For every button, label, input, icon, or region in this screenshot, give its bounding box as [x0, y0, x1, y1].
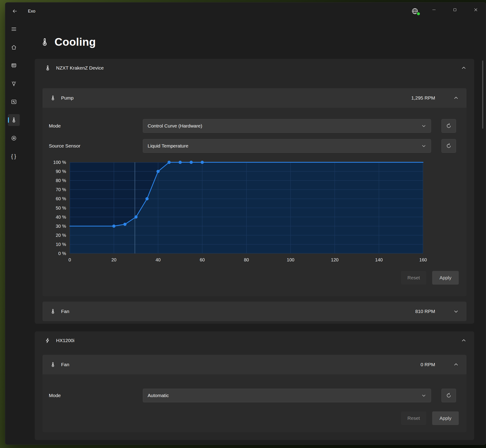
x-axis-tick-label: 120 [331, 257, 338, 263]
page-header: Cooling [40, 36, 96, 48]
device-card-header[interactable]: NZXT KrakenZ Device [35, 59, 474, 77]
fan-header[interactable]: Fan 810 RPM [42, 302, 466, 321]
field-label: Mode [49, 389, 61, 402]
y-axis-tick-label: 20 % [46, 232, 66, 238]
reset-button[interactable]: Reset [401, 411, 426, 425]
minimize-icon [431, 7, 437, 12]
undo-icon [446, 393, 452, 398]
thermometer-icon [45, 65, 51, 71]
dropdown-value: Control Curve (Hardware) [148, 123, 421, 129]
back-button[interactable] [8, 5, 21, 17]
mode-dropdown[interactable]: Control Curve (Hardware) [143, 119, 431, 133]
list-circle-icon [11, 135, 17, 141]
power-bolt-icon [45, 337, 51, 344]
source-sensor-dropdown[interactable]: Liquid Temperature [143, 139, 431, 153]
maximize-icon [452, 7, 457, 12]
source-sensor-reset-button[interactable] [441, 139, 456, 153]
sidebar-item-devices[interactable] [8, 60, 20, 71]
collapse-channel-button[interactable] [453, 362, 459, 367]
dropdown-value: Automatic [148, 393, 421, 398]
maximize-button[interactable] [444, 2, 465, 17]
device-card-header[interactable]: HX1200i [35, 331, 474, 349]
sidebar-item-sensors[interactable] [8, 132, 20, 144]
mode-field-row: Mode Control Curve (Hardware) [42, 119, 466, 133]
device-name: NZXT KrakenZ Device [56, 65, 104, 71]
home-icon [11, 44, 17, 50]
chart-y-axis: 100 %90 %80 %70 %60 %50 %40 %30 %20 %10 … [46, 162, 66, 253]
x-axis-tick-label: 20 [111, 257, 116, 263]
pump-header[interactable]: Pump 1,295 RPM [42, 88, 466, 108]
collapse-device-button[interactable] [461, 338, 466, 343]
thermometer-icon [11, 117, 17, 123]
y-axis-tick-label: 40 % [46, 214, 66, 220]
field-label: Mode [49, 119, 61, 133]
device-card-krakenz: NZXT KrakenZ Device Pump 1,295 RPM Mode … [35, 59, 474, 324]
channel-label: Fan [61, 362, 69, 367]
psu-fan-mode-dropdown[interactable]: Automatic [143, 389, 431, 402]
y-axis-tick-label: 90 % [46, 168, 66, 174]
psu-fan-header[interactable]: Fan 0 RPM [42, 355, 466, 374]
mode-field-row: Mode Automatic [42, 389, 466, 402]
network-status-button[interactable] [408, 5, 421, 17]
thermometer-icon [40, 38, 49, 46]
mode-reset-button[interactable] [441, 119, 456, 133]
device-card-icon [11, 63, 17, 68]
menu-button[interactable] [8, 23, 20, 35]
rpm-value: 1,295 RPM [411, 95, 435, 101]
hamburger-icon [11, 26, 17, 32]
app-window: Exo { } [5, 2, 486, 445]
chevron-down-icon [453, 309, 459, 314]
rpm-value: 0 RPM [421, 362, 435, 367]
lightbulb-icon [11, 81, 17, 87]
expand-channel-button[interactable] [453, 309, 459, 314]
chevron-down-icon [421, 123, 426, 128]
sidebar-item-cooling[interactable] [8, 114, 20, 126]
x-axis-tick-label: 0 [68, 257, 71, 263]
x-axis-tick-label: 160 [419, 257, 427, 263]
back-arrow-icon [12, 8, 17, 14]
pulse-icon [11, 99, 17, 105]
pump-curve-chart[interactable] [70, 162, 423, 253]
minimize-button[interactable] [423, 2, 444, 17]
chevron-up-icon [453, 362, 459, 367]
psu-fan-mode-reset-button[interactable] [441, 389, 456, 402]
thermometer-icon [50, 95, 56, 101]
braces-icon: { } [11, 153, 16, 160]
chevron-down-icon [421, 393, 426, 398]
channel-card-fan: Fan 810 RPM [42, 302, 466, 321]
x-axis-tick-label: 140 [375, 257, 383, 263]
pump-actions: Reset Apply [401, 271, 459, 285]
y-axis-tick-label: 80 % [46, 177, 66, 184]
y-axis-tick-label: 0 % [46, 250, 66, 256]
app-title: Exo [28, 2, 35, 20]
y-axis-tick-label: 50 % [46, 205, 66, 211]
source-sensor-field-row: Source Sensor Liquid Temperature [42, 139, 466, 153]
chevron-down-icon [421, 144, 426, 148]
sidebar-item-home[interactable] [8, 41, 20, 53]
thermometer-icon [50, 362, 56, 367]
close-button[interactable] [465, 2, 486, 17]
undo-icon [446, 143, 452, 149]
rpm-value: 810 RPM [415, 309, 435, 314]
x-axis-tick-label: 80 [244, 257, 249, 263]
scrollbar[interactable] [482, 60, 483, 129]
collapse-channel-button[interactable] [453, 95, 459, 101]
status-dot [416, 12, 420, 16]
device-name: HX1200i [56, 338, 74, 343]
sidebar-item-monitoring[interactable] [8, 96, 20, 108]
channel-card-psu-fan: Fan 0 RPM Mode Automatic Reset Apply [42, 355, 466, 432]
sidebar-item-programming[interactable]: { } [8, 151, 20, 162]
chart-x-axis: 020406080100120140160 [70, 257, 423, 263]
channel-label: Fan [61, 309, 69, 314]
x-axis-tick-label: 40 [156, 257, 161, 263]
collapse-device-button[interactable] [461, 65, 466, 71]
sidebar-item-lighting[interactable] [8, 78, 20, 89]
channel-card-pump: Pump 1,295 RPM Mode Control Curve (Hardw… [42, 88, 466, 296]
reset-button[interactable]: Reset [401, 271, 426, 285]
y-axis-tick-label: 10 % [46, 241, 66, 247]
y-axis-tick-label: 60 % [46, 196, 66, 202]
apply-button[interactable]: Apply [432, 411, 459, 425]
thermometer-icon [50, 309, 56, 314]
apply-button[interactable]: Apply [432, 271, 459, 285]
dropdown-value: Liquid Temperature [148, 143, 421, 149]
